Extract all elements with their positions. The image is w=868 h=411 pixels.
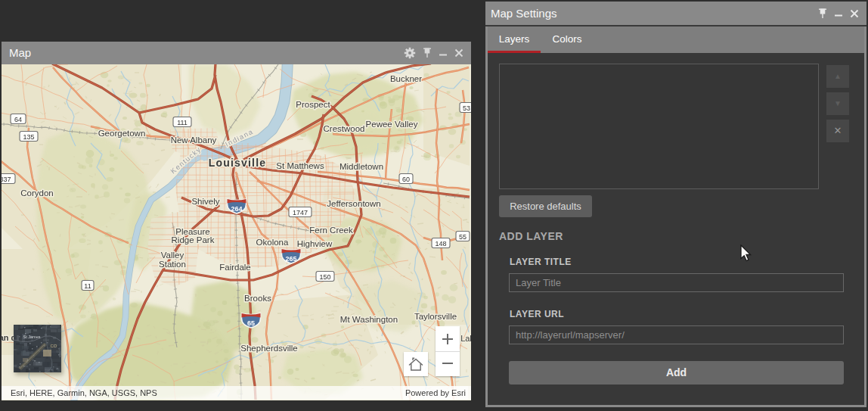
svg-text:Corydon: Corydon [20, 188, 53, 198]
svg-text:St Matthews: St Matthews [276, 161, 324, 170]
svg-text:Fairdale: Fairdale [219, 263, 251, 272]
svg-text:264: 264 [231, 205, 242, 213]
svg-text:148: 148 [435, 240, 446, 248]
svg-text:Shepherdsville: Shepherdsville [240, 344, 297, 353]
svg-text:Highview: Highview [297, 239, 333, 248]
svg-text:55: 55 [459, 233, 467, 241]
svg-text:Louisville: Louisville [209, 157, 267, 169]
svg-text:Georgetown: Georgetown [98, 129, 146, 138]
svg-text:New Albany: New Albany [171, 135, 217, 145]
svg-text:150: 150 [319, 273, 330, 281]
svg-text:Station: Station [159, 260, 186, 269]
svg-text:Fern Creek: Fern Creek [309, 226, 353, 235]
svg-text:60: 60 [402, 176, 410, 183]
svg-text:Valley: Valley [161, 251, 184, 260]
svg-text:Taylorsville: Taylorsville [414, 312, 457, 321]
svg-text:Okolona: Okolona [256, 238, 289, 247]
svg-text:Crestwood: Crestwood [324, 124, 365, 133]
svg-text:11: 11 [84, 282, 91, 290]
svg-text:135: 135 [23, 133, 34, 141]
svg-text:837: 837 [2, 176, 11, 183]
svg-text:Lak: Lak [460, 334, 471, 343]
svg-text:Mt Washington: Mt Washington [340, 315, 398, 324]
svg-text:Prospect: Prospect [296, 100, 330, 109]
svg-text:111: 111 [177, 119, 188, 126]
svg-text:Middletown: Middletown [339, 162, 383, 171]
svg-text:CO: CO [51, 344, 57, 348]
svg-text:Buckner: Buckner [390, 74, 422, 83]
svg-text:53: 53 [463, 104, 470, 112]
svg-text:St James: St James [23, 335, 41, 339]
svg-text:Pewee Valley: Pewee Valley [366, 120, 418, 129]
svg-text:265: 265 [285, 255, 296, 263]
svg-text:1747: 1747 [293, 209, 308, 216]
svg-text:64: 64 [14, 116, 22, 123]
svg-text:Shively: Shively [191, 197, 219, 206]
svg-text:65: 65 [247, 319, 255, 327]
svg-text:Ridge Park: Ridge Park [172, 235, 215, 244]
svg-text:Jeffersontown: Jeffersontown [327, 199, 380, 208]
svg-text:Brooks: Brooks [244, 294, 271, 303]
